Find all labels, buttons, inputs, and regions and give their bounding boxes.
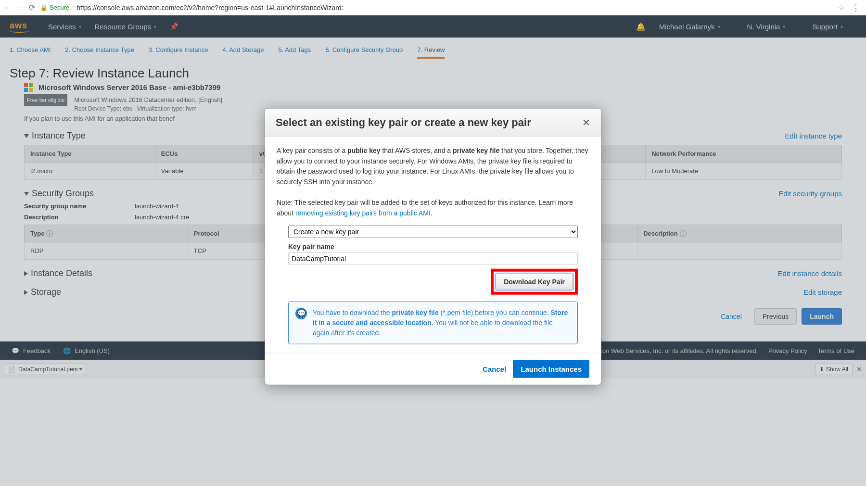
globe-icon[interactable]: 🌐	[63, 347, 71, 354]
section-security-groups[interactable]: Security Groups	[24, 189, 94, 199]
section-instance-type[interactable]: Instance Type	[24, 131, 86, 141]
download-chip[interactable]: 📄 DataCampTutorial.pem	[4, 364, 86, 375]
info-icon: 💬	[295, 307, 307, 319]
aws-logo[interactable]: aws	[10, 21, 29, 33]
browser-menu-icon[interactable]: ⋮	[850, 2, 862, 13]
tab-add-storage[interactable]: 4. Add Storage	[222, 42, 264, 59]
sg-name-label: Security group name	[24, 202, 106, 210]
modal-paragraph-1: A key pair consists of a public key that…	[277, 146, 589, 188]
bookmark-icon[interactable]: ☆	[838, 3, 845, 12]
tab-security-group[interactable]: 6. Configure Security Group	[325, 42, 403, 59]
keypair-action-select[interactable]: Create a new key pair	[288, 226, 578, 238]
modal-title: Select an existing key pair or create a …	[276, 116, 531, 129]
feedback-link[interactable]: Feedback	[23, 347, 51, 354]
nav-services[interactable]: Services▾	[48, 23, 81, 31]
close-icon[interactable]: ✕	[582, 117, 590, 128]
launch-button[interactable]: Launch	[802, 308, 842, 325]
previous-button[interactable]: Previous	[754, 308, 797, 325]
ami-title: Microsoft Windows Server 2016 Base - ami…	[38, 83, 220, 91]
sg-desc-value: launch-wizard-4 cre	[135, 214, 189, 221]
tab-configure-instance[interactable]: 3. Configure Instance	[149, 42, 208, 59]
close-shelf-icon[interactable]: ✕	[856, 365, 862, 373]
download-icon: ⬇	[819, 366, 824, 373]
collapse-icon	[24, 134, 29, 138]
windows-icon	[24, 83, 33, 92]
secure-indicator: 🔒 Secure	[40, 4, 69, 11]
feedback-icon[interactable]: 💬	[12, 347, 19, 354]
ami-meta: Root Device Type: ebs Virtualization typ…	[74, 105, 222, 112]
edit-storage[interactable]: Edit storage	[803, 288, 842, 296]
launch-instances-button[interactable]: Launch Instances	[513, 360, 589, 378]
info-icon[interactable]: i	[46, 230, 53, 237]
free-tier-badge: Free tier eligible	[24, 94, 67, 106]
tab-choose-ami[interactable]: 1. Choose AMI	[10, 42, 51, 59]
forward-icon[interactable]: →	[16, 3, 24, 12]
th-instance-type: Instance Type	[25, 145, 155, 163]
download-highlight: Download Key Pair	[491, 268, 578, 294]
section-storage[interactable]: Storage	[24, 287, 61, 297]
edit-instance-type[interactable]: Edit instance type	[785, 132, 842, 140]
remove-keypairs-link[interactable]: removing existing key pairs from a publi…	[295, 209, 431, 217]
keypair-name-label: Key pair name	[288, 242, 578, 252]
file-icon: 📄	[8, 366, 15, 373]
url-field[interactable]: https://console.aws.amazon.com/ec2/v2/ho…	[74, 4, 833, 12]
modal-cancel-button[interactable]: Cancel	[483, 365, 506, 373]
edit-security-groups[interactable]: Edit security groups	[778, 189, 842, 198]
keypair-modal: Select an existing key pair or create a …	[265, 108, 601, 378]
edit-instance-details[interactable]: Edit instance details	[778, 269, 842, 277]
tab-add-tags[interactable]: 5. Add Tags	[278, 42, 311, 59]
ami-description: Microsoft Windows 2016 Datacenter editio…	[74, 96, 222, 103]
aws-top-nav: aws Services▾ Resource Groups▾ 📌 🔔 Micha…	[0, 15, 866, 38]
tab-review[interactable]: 7. Review	[417, 42, 445, 59]
pin-icon[interactable]: 📌	[170, 23, 178, 30]
sg-name-value: launch-wizard-4	[135, 202, 179, 210]
caret-down-icon: ▾	[154, 24, 156, 29]
expand-icon	[24, 271, 28, 276]
section-instance-details[interactable]: Instance Details	[24, 268, 92, 278]
nav-user[interactable]: Michael Galarnyk▾	[659, 23, 720, 31]
info-banner: 💬 You have to download the private key f…	[288, 301, 578, 344]
privacy-link[interactable]: Privacy Policy	[768, 347, 807, 354]
nav-region[interactable]: N. Virginia▾	[747, 23, 786, 31]
lock-icon: 🔒	[40, 4, 48, 11]
bell-icon[interactable]: 🔔	[636, 22, 646, 31]
th-type: Typei	[25, 225, 188, 242]
collapse-icon	[24, 192, 29, 196]
reload-icon[interactable]: ⟳	[29, 3, 35, 12]
back-icon[interactable]: ←	[4, 3, 12, 12]
caret-down-icon: ▾	[79, 24, 81, 29]
caret-down-icon: ▾	[841, 24, 843, 29]
th-network: Network Performance	[646, 145, 842, 163]
keypair-name-input[interactable]	[288, 252, 578, 265]
modal-paragraph-2: Note: The selected key pair will be adde…	[277, 198, 589, 218]
cancel-button[interactable]: Cancel	[713, 308, 750, 325]
step-heading: Step 7: Review Instance Launch	[10, 66, 856, 81]
secure-label: Secure	[50, 4, 69, 11]
caret-down-icon: ▾	[718, 24, 720, 29]
show-all-downloads[interactable]: ⬇Show All	[815, 364, 853, 375]
nav-support[interactable]: Support▾	[812, 23, 843, 31]
caret-down-icon: ▾	[783, 24, 785, 29]
nav-resource-groups[interactable]: Resource Groups▾	[95, 23, 157, 31]
language-selector[interactable]: English (US)	[75, 347, 110, 354]
th-description: Descriptioni	[637, 225, 842, 242]
tab-instance-type[interactable]: 2. Choose Instance Type	[65, 42, 134, 59]
download-filename: DataCampTutorial.pem	[18, 366, 78, 373]
th-ecus: ECUs	[155, 145, 253, 163]
expand-icon	[24, 290, 28, 295]
download-keypair-button[interactable]: Download Key Pair	[496, 273, 573, 290]
aws-logo-text: aws	[10, 21, 27, 30]
browser-toolbar: ← → ⟳ 🔒 Secure https://console.aws.amazo…	[0, 0, 866, 15]
terms-link[interactable]: Terms of Use	[817, 347, 854, 354]
info-icon[interactable]: i	[680, 230, 687, 237]
wizard-tabs: 1. Choose AMI 2. Choose Instance Type 3.…	[0, 38, 866, 59]
sg-desc-label: Description	[24, 214, 106, 221]
